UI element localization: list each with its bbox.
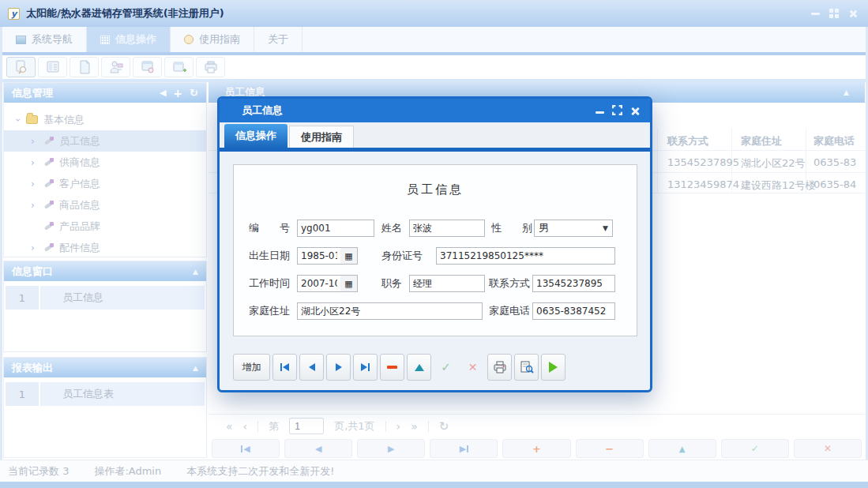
column-header-address[interactable]: 家庭住址 [741, 134, 782, 148]
collapse-left-icon[interactable]: ◀ [160, 88, 166, 98]
page-number-input[interactable] [289, 418, 324, 434]
tree-item-customer-info[interactable]: › 客户信息 [4, 173, 206, 194]
chevron-down-icon[interactable]: › [13, 115, 24, 125]
user-button[interactable] [101, 57, 130, 77]
edit-record-button[interactable] [407, 354, 431, 381]
preview-button[interactable] [514, 354, 539, 381]
work-input[interactable] [297, 275, 341, 292]
collapse-up-icon[interactable]: ▲ [844, 88, 849, 96]
id-input[interactable] [297, 220, 374, 237]
last-record-button[interactable] [353, 354, 378, 381]
table-cell[interactable]: 建设西路12号楼 [741, 178, 816, 193]
chevron-right-icon[interactable]: › [31, 200, 43, 211]
position-input[interactable] [409, 275, 485, 292]
info-window-item[interactable]: 1 员工信息 [6, 286, 205, 310]
nav-cancel-button[interactable]: ✕ [794, 439, 862, 458]
printer-button[interactable] [196, 57, 225, 77]
panel-info-manage-header[interactable]: 信息管理 ◀ + ↻ [4, 83, 206, 103]
panel-info-window-header[interactable]: 信息窗口 ▲ [4, 261, 206, 281]
table-cell[interactable]: 13545237895 [667, 156, 739, 168]
window-add-button[interactable] [164, 57, 194, 77]
tree-item-supplier-info[interactable]: › 供商信息 [4, 152, 206, 173]
window-bottom-edge [0, 482, 868, 488]
column-header-contact[interactable]: 联系方式 [667, 134, 708, 148]
collapse-up-icon[interactable]: ▲ [193, 268, 198, 276]
nav-next-button[interactable]: ▶ [357, 439, 425, 458]
chevron-right-icon[interactable]: › [31, 136, 43, 147]
tab-user-guide[interactable]: 使用指南 [171, 27, 254, 52]
dialog-tab-user-guide[interactable]: 使用指南 [289, 126, 354, 148]
tab-info-operation[interactable]: 信息操作 [87, 27, 171, 52]
tree-item-basic-info[interactable]: › 基本信息 [4, 109, 206, 130]
next-page-icon[interactable]: › [396, 420, 401, 433]
next-record-button[interactable] [326, 354, 351, 381]
table-cell[interactable]: 0635-84 [814, 178, 856, 190]
prev-record-button[interactable] [299, 354, 324, 381]
tree-item-product-brand[interactable]: 产品品牌 [4, 216, 206, 237]
table-cell[interactable]: 0635-83 [814, 156, 856, 168]
print-button[interactable] [487, 354, 512, 381]
refresh-icon[interactable]: ↻ [190, 87, 198, 99]
dialog-title-bar[interactable]: 员工信息 [220, 99, 650, 122]
table-cell[interactable]: 湖北小区22号 [741, 156, 806, 171]
chevron-right-icon[interactable]: › [31, 157, 43, 168]
idcard-input[interactable] [436, 247, 615, 265]
search-button[interactable] [6, 57, 36, 77]
homephone-input[interactable] [532, 302, 615, 320]
app-icon: y [8, 8, 20, 20]
cancel-button[interactable]: ✕ [460, 354, 485, 381]
tree-item-employee-info[interactable]: › 员工信息 [4, 130, 206, 152]
dialog-minimize-icon[interactable] [596, 111, 604, 114]
document-button[interactable] [70, 57, 99, 77]
tab-about[interactable]: 关于 [254, 27, 302, 52]
birth-input[interactable] [297, 247, 341, 265]
close-icon[interactable] [848, 9, 857, 18]
dialog-tab-info-operation[interactable]: 信息操作 [224, 124, 287, 148]
add-icon[interactable]: + [173, 87, 182, 99]
minimize-icon[interactable] [811, 13, 820, 15]
nav-confirm-button[interactable]: ✓ [721, 439, 789, 458]
address-input[interactable] [297, 302, 483, 320]
tab-system-nav[interactable]: 系统导航 [2, 27, 87, 52]
first-page-icon[interactable]: « [226, 420, 233, 433]
calendar-icon[interactable]: ▦ [340, 275, 358, 292]
tree-item-product-info[interactable]: › 商品信息 [4, 194, 206, 216]
clock-icon [184, 35, 194, 44]
column-header-homephone[interactable]: 家庭电话 [814, 134, 855, 148]
tool-icon [43, 221, 54, 231]
restore-icon[interactable] [829, 9, 839, 18]
contact-input[interactable] [532, 275, 615, 292]
run-button[interactable] [541, 354, 566, 381]
calendar-icon[interactable]: ▦ [340, 247, 358, 265]
record-count: 当前记录数 3 [8, 464, 69, 479]
panel-report-output-header[interactable]: 报表输出 ▲ [4, 358, 206, 377]
address-label: 家庭住址 [249, 302, 290, 320]
dialog-close-icon[interactable] [630, 107, 639, 115]
tree-item-parts-info[interactable]: › 配件信息 [4, 237, 206, 258]
last-page-icon[interactable]: » [411, 420, 418, 433]
nav-delete-button[interactable]: − [576, 439, 644, 458]
chevron-right-icon[interactable]: › [31, 178, 43, 190]
prev-page-icon[interactable]: ‹ [243, 420, 248, 433]
first-record-button[interactable] [272, 354, 297, 381]
window-search-button[interactable] [133, 57, 162, 77]
report-output-item[interactable]: 1 员工信息表 [6, 382, 205, 406]
nav-last-button[interactable]: ▶ [430, 439, 498, 458]
refresh-icon[interactable]: ↻ [439, 419, 449, 434]
nav-first-button[interactable]: ◀ [212, 439, 280, 458]
nav-prev-button[interactable]: ◀ [284, 439, 352, 458]
nav-edit-button[interactable]: ▲ [648, 439, 716, 458]
form-button[interactable] [38, 57, 67, 77]
confirm-button[interactable]: ✓ [434, 354, 458, 381]
nav-add-button[interactable]: + [502, 439, 570, 458]
dialog-restore-icon[interactable] [612, 105, 622, 115]
status-message: 本系统支持二次开发和全新开发! [186, 464, 334, 479]
table-cell[interactable]: 13123459874 [667, 178, 739, 190]
delete-record-button[interactable] [380, 354, 404, 381]
collapse-up-icon[interactable]: ▲ [193, 364, 198, 372]
name-input[interactable] [409, 220, 485, 237]
chevron-right-icon[interactable]: › [31, 242, 43, 253]
add-button[interactable]: 增加 [233, 354, 270, 381]
gender-select[interactable]: 男 ▼ [534, 220, 613, 237]
chevron-down-icon: ▼ [603, 224, 608, 232]
